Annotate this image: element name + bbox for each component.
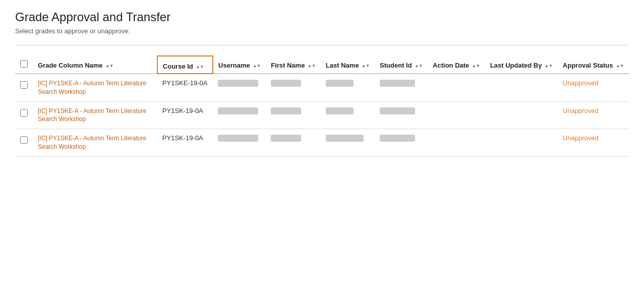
course-id-sort-icon[interactable]: ▲▼ (196, 65, 204, 69)
last-updated-sort-icon[interactable]: ▲▼ (545, 64, 553, 68)
approval-status-cell: Unapproved (558, 74, 629, 101)
approval-status-sort-icon[interactable]: ▲▼ (616, 64, 624, 68)
last-updated-by-cell (485, 74, 558, 101)
first-name-cell: ███████ (266, 74, 321, 101)
th-action-date: Action Date ▲▼ (428, 56, 485, 74)
th-approval-status: Approval Status ▲▼ (558, 56, 629, 74)
th-student-id: Student Id ▲▼ (375, 56, 428, 74)
table-row: [IC] PY1SKE-A - Autumn Term Literature S… (15, 129, 629, 157)
row-checkbox[interactable] (20, 109, 28, 117)
username-cell: ██████████ (213, 129, 266, 157)
grade-column-name-cell: [IC] PY1SKE-A - Autumn Term Literature S… (33, 129, 157, 157)
username-cell: ██████████ (213, 74, 266, 101)
action-date-cell (428, 74, 485, 101)
grade-table: Grade Column Name ▲▼ Course Id ▲▼ Userna… (15, 55, 629, 157)
first-name-cell: ███████ (266, 129, 321, 157)
grade-column-name-cell: [IC] PY1SKE-A - Autumn Term Literature S… (33, 74, 157, 101)
action-date-cell (428, 101, 485, 129)
page-title: Grade Approval and Transfer (15, 10, 629, 24)
grade-column-sort-icon[interactable]: ▲▼ (105, 64, 113, 68)
row-checkbox[interactable] (20, 136, 28, 144)
last-name-cell: ██████ (321, 129, 375, 157)
th-first-name: First Name ▲▼ (266, 56, 321, 74)
course-id-cell: PY1SK-19-0A (157, 101, 213, 129)
divider (15, 45, 629, 45)
th-username: Username ▲▼ (213, 56, 266, 74)
last-name-cell: ██████ (321, 101, 375, 129)
username-sort-icon[interactable]: ▲▼ (253, 64, 261, 68)
action-date-cell (428, 129, 485, 157)
last-updated-by-cell (485, 101, 558, 129)
approval-status-cell: Unapproved (558, 101, 629, 129)
th-course-id[interactable]: Course Id ▲▼ (157, 56, 213, 74)
select-all-header (15, 56, 33, 74)
table-row: [IC] PY1SKE-A - Autumn Term Literature S… (15, 74, 629, 101)
student-id-cell: ████████ (375, 129, 428, 157)
th-grade-column-name: Grade Column Name ▲▼ (33, 56, 157, 74)
page-subtitle: Select grades to approve or unapprove. (15, 27, 629, 35)
last-updated-by-cell (485, 129, 558, 157)
username-cell: ██████████ (213, 101, 266, 129)
student-id-cell: ████████ (375, 101, 428, 129)
first-name-sort-icon[interactable]: ▲▼ (308, 64, 316, 68)
th-last-name: Last Name ▲▼ (321, 56, 375, 74)
course-id-cell: PY1SK-19-0A (157, 129, 213, 157)
course-id-cell: PY1SKE-19-0A (157, 74, 213, 101)
table-row: [IC] PY1SKE-A - Autumn Term Literature S… (15, 101, 629, 129)
grade-column-name-cell: [IC] PY1SKE-A - Autumn Term Literature S… (33, 101, 157, 129)
action-date-sort-icon[interactable]: ▲▼ (472, 64, 480, 68)
student-id-cell: ████████ (375, 74, 428, 101)
row-checkbox[interactable] (20, 81, 28, 89)
th-last-updated-by: Last Updated By ▲▼ (485, 56, 558, 74)
first-name-cell: ███████ (266, 101, 321, 129)
table-wrapper: Grade Column Name ▲▼ Course Id ▲▼ Userna… (15, 55, 629, 157)
grade-column-link[interactable]: [IC] PY1SKE-A - Autumn Term Literature S… (38, 135, 146, 150)
grade-column-link[interactable]: [IC] PY1SKE-A - Autumn Term Literature S… (38, 80, 146, 95)
grade-column-link[interactable]: [IC] PY1SKE-A - Autumn Term Literature S… (38, 107, 146, 123)
select-all-checkbox[interactable] (20, 60, 28, 68)
approval-status-cell: Unapproved (558, 129, 629, 157)
student-id-sort-icon[interactable]: ▲▼ (415, 64, 423, 68)
last-name-cell: ██████ (321, 74, 375, 101)
last-name-sort-icon[interactable]: ▲▼ (362, 64, 370, 68)
